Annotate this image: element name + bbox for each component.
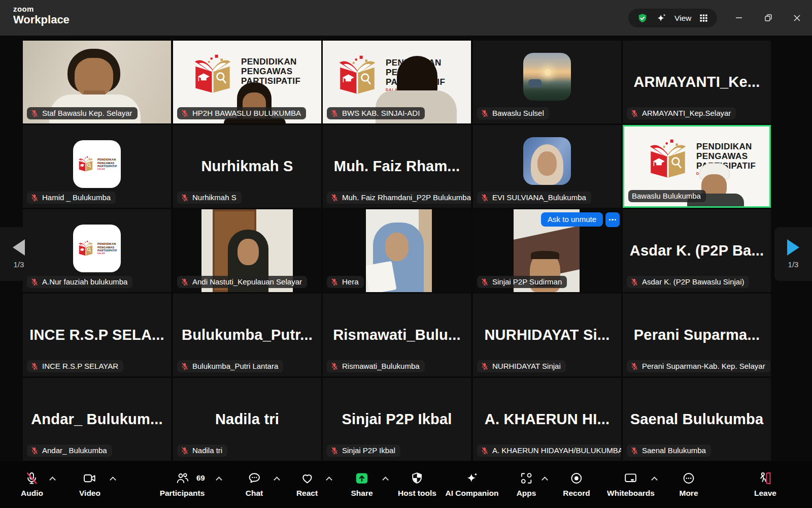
mic-muted-icon [25,471,39,485]
share-screen-icon [355,471,369,485]
zoom-meeting-window: zoom Workplace View Staf Bawaslu [0,0,812,508]
restore-button[interactable] [759,9,777,26]
ai-companion-button[interactable]: AI Companion [445,471,498,498]
participant-name: INCE R.S.P SELAYAR [42,362,118,370]
participant-name: Nadila tri [192,446,222,455]
participant-tile-bawaslu-sulsel[interactable]: Bawaslu Sulsel [473,41,621,123]
record-icon [570,471,584,485]
participant-tile-rismawati[interactable]: Rismawati_Bulu... Rismawati_Bulukumba [323,294,471,376]
react-button[interactable]: React [296,471,318,498]
participant-nameplate: Staf Bawaslu Kep. Selayar [27,107,138,119]
participant-nameplate: Asdar K. (P2P Bawaslu Sinjai) [627,276,749,288]
apps-options-chevron[interactable] [542,477,548,482]
participant-tile-nurhikmah[interactable]: Nurhikmah S Nurhikmah S [173,125,321,208]
chat-button[interactable]: Chat [246,471,263,498]
boat [528,79,542,87]
participant-tile-hp2h[interactable]: PENDIDIKAN PENGAWAS PARTISIPATIF DALAM H… [173,41,321,123]
next-page-button[interactable]: 1/3 [774,227,812,281]
participant-tile-asdar[interactable]: Asdar K. (P2P Ba... Asdar K. (P2P Bawasl… [623,209,771,292]
participant-tile-armayanti[interactable]: ARMAYANTI_Ke... ARMAYANTI_Kep.Selayar [623,41,771,123]
more-button[interactable]: More [679,471,698,498]
heart-icon [300,471,314,485]
apps-button[interactable]: Apps [517,471,536,498]
participant-nameplate: Bulukumba_Putri Lantara [177,360,283,372]
sun [545,69,551,76]
participant-tile-perani[interactable]: Perani Suparma... Perani Suparman-Kab. K… [623,294,771,376]
ask-to-unmute-button[interactable]: Ask to unmute [541,212,603,227]
right-arrow-icon [787,239,799,256]
participants-icon [175,471,189,485]
ai-companion-sparkle-icon[interactable] [656,13,667,24]
participant-name: Sinjai P2P Sudirman [492,277,562,286]
participant-tile-andi-nastuti[interactable]: Andi Nastuti_Kepulauan Selayar [173,209,321,292]
participant-name: A. KHAERUN HIDAYAH/BULUKUMBA [492,446,621,455]
participant-name: ARMAYANTI_Kep.Selayar [642,109,731,117]
muted-mic-icon [330,109,339,117]
participants-options-chevron[interactable] [216,477,222,482]
audio-button[interactable]: Audio [21,471,43,498]
participant-name: Hamid _ Bulukumba [42,193,111,202]
meeting-info-pill: View [628,9,717,27]
video-button[interactable]: Video [79,471,100,498]
minimize-button[interactable] [730,9,748,26]
person-hair [531,251,559,259]
person-face [537,151,557,176]
person-face [385,233,409,261]
muted-mic-icon [330,278,339,286]
participant-nameplate: Rismawati_Bulukumba [327,360,425,372]
close-button[interactable] [788,9,806,26]
muted-mic-icon [481,447,489,455]
logo-book-icon [189,54,236,94]
security-shield-icon[interactable] [637,13,648,24]
participant-tile-sudirman[interactable]: Ask to unmute Sinjai P2P Sudirman [473,209,621,292]
audio-options-chevron[interactable] [50,477,56,482]
participant-tile-staf-bawaslu[interactable]: Staf Bawaslu Kep. Selayar [23,41,171,123]
participant-tile-nurhidayat[interactable]: NURHIDAYAT Si... NURHIDAYAT Sinjai [473,294,621,376]
leave-button[interactable]: Leave [754,471,776,498]
muted-mic-icon [481,109,489,117]
video-options-chevron[interactable] [110,477,116,482]
participant-name: Bawaslu Sulsel [492,109,544,117]
participant-name: Sinjai P2P Ikbal [342,446,395,455]
participant-nameplate: Saenal Bulukumba [627,444,711,457]
participant-tile-putri-lantara[interactable]: Bulukumba_Putr... Bulukumba_Putri Lantar… [173,294,321,376]
react-options-chevron[interactable] [326,477,332,482]
participant-nameplate: A. KHAERUN HIDAYAH/BULUKUMBA [477,444,621,457]
title-bar: zoom Workplace View [0,0,812,36]
participant-tile-andar[interactable]: Andar_ Bulukum... Andar_ Bulukumba [23,378,171,461]
logo-text-mini: PENDIDIKAN PENGAWAS PARTISIPATIF DALAM [97,158,117,170]
view-button[interactable]: View [674,14,691,23]
share-button[interactable]: Share [351,471,373,498]
chat-options-chevron[interactable] [274,477,280,482]
gallery-grid-icon[interactable] [699,13,708,23]
participant-tile-bws-sinjai[interactable]: PENDIDIKAN PENGAWAS PARTISIPATIF DALAM B… [323,41,471,123]
host-tools-button[interactable]: Host tools [398,471,436,498]
participant-tile-bawaslu-bulukumba-active-speaker[interactable]: PENDIDIKAN PENGAWAS PARTISIPATIF DALAM B… [623,125,771,208]
more-options-button[interactable] [605,212,620,227]
participant-tile-anur-fauziah[interactable]: PENDIDIKAN PENGAWAS PARTISIPATIF DALAM A… [23,209,171,292]
profile-avatar-photo [523,137,571,185]
participant-tile-ikbal[interactable]: Sinjai P2P Ikbal Sinjai P2P Ikbal [323,378,471,461]
profile-avatar-logo: PENDIDIKAN PENGAWAS PARTISIPATIF DALAM [73,225,121,272]
previous-page-button[interactable]: 1/3 [0,227,38,281]
whiteboards-button[interactable]: Whiteboards [607,471,655,498]
record-button[interactable]: Record [563,471,590,498]
whiteboards-options-chevron[interactable] [652,477,658,482]
participant-tile-evi-sulviana[interactable]: EVI SULVIANA_Bulukumba [473,125,621,208]
participant-tile-khaerun[interactable]: A. KHAERUN HI... A. KHAERUN HIDAYAH/BULU… [473,378,621,461]
participant-tile-hamid[interactable]: PENDIDIKAN PENGAWAS PARTISIPATIF DALAM H… [23,125,171,208]
participant-name: NURHIDAYAT Sinjai [492,362,561,370]
host-tools-shield-icon [411,471,424,485]
participant-tile-nadila[interactable]: Nadila tri Nadila tri [173,378,321,461]
participant-tile-muh-faiz[interactable]: Muh. Faiz Rham... Muh. Faiz Rhamdani_P2P… [323,125,471,208]
ai-companion-sparkle-icon [465,471,479,485]
participant-tile-saenal[interactable]: Saenal Bulukumba Saenal Bulukumba [623,378,771,461]
share-options-chevron[interactable] [383,477,389,482]
muted-mic-icon [630,278,638,286]
participant-tile-hera[interactable]: Hera [323,209,471,292]
page-indicator: 1/3 [788,260,799,269]
participant-tile-ince[interactable]: INCE R.S.P SELA... INCE R.S.P SELAYAR [23,294,171,376]
logo-book-icon [77,156,95,172]
participant-nameplate: Sinjai P2P Sudirman [477,276,567,288]
muted-mic-icon [630,109,638,117]
